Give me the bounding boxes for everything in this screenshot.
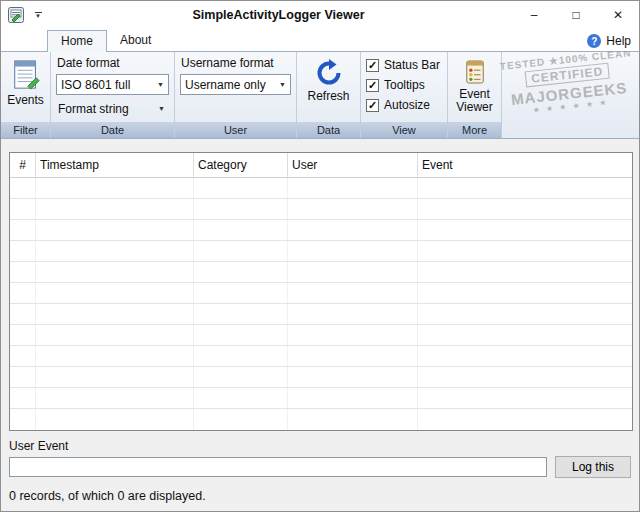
table-cell <box>288 241 418 261</box>
table-cell <box>418 388 632 408</box>
table-cell <box>36 199 194 219</box>
ribbon-tab-bar: Home About ? Help <box>1 29 639 51</box>
quick-access-dropdown[interactable]: ▼ <box>32 12 44 19</box>
check-icon: ✓ <box>368 59 377 71</box>
format-string-dropdown[interactable]: Format string ▼ <box>56 99 169 118</box>
ribbon-group-view: ✓ Status Bar ✓ Tooltips ✓ Autosize <box>361 52 448 138</box>
checkbox-label: Status Bar <box>384 58 440 72</box>
column-header-user[interactable]: User <box>288 153 418 177</box>
table-cell <box>288 199 418 219</box>
table-cell <box>10 409 36 430</box>
refresh-button[interactable]: Refresh <box>302 55 355 122</box>
event-viewer-button[interactable]: Event Viewer <box>453 55 496 122</box>
column-header-category[interactable]: Category <box>194 153 288 177</box>
table-cell <box>288 304 418 324</box>
table-row[interactable] <box>10 220 632 241</box>
table-body <box>10 178 632 430</box>
table-row[interactable] <box>10 241 632 262</box>
table-cell <box>194 220 288 240</box>
table-row[interactable] <box>10 304 632 325</box>
table-cell <box>288 409 418 430</box>
checkbox-box: ✓ <box>366 79 379 92</box>
chevron-down-icon: ▼ <box>275 81 290 88</box>
log-this-button[interactable]: Log this <box>555 456 631 478</box>
table-cell <box>10 241 36 261</box>
table-row[interactable] <box>10 199 632 220</box>
status-bar: 0 records, of which 0 are displayed. <box>9 489 631 503</box>
table-cell <box>418 325 632 345</box>
table-cell <box>36 262 194 282</box>
watermark-line: ★ ★ ★ ★ ★ ★ <box>501 95 639 118</box>
table-cell <box>36 178 194 198</box>
client-area: # Timestamp Category User Event User Eve… <box>1 139 639 511</box>
table-cell <box>288 283 418 303</box>
checkbox-status-bar[interactable]: ✓ Status Bar <box>366 55 442 75</box>
table-cell <box>10 367 36 387</box>
column-header-event[interactable]: Event <box>418 153 632 177</box>
column-header-number[interactable]: # <box>10 153 36 177</box>
table-cell <box>194 304 288 324</box>
table-cell <box>36 325 194 345</box>
group-caption-date: Date <box>51 122 174 138</box>
minimize-button[interactable]: – <box>513 1 555 29</box>
table-cell <box>194 262 288 282</box>
checkbox-tooltips[interactable]: ✓ Tooltips <box>366 75 442 95</box>
table-cell <box>288 325 418 345</box>
table-cell <box>10 325 36 345</box>
table-cell <box>418 241 632 261</box>
checkbox-label: Autosize <box>384 98 430 112</box>
table-cell <box>194 178 288 198</box>
checkbox-autosize[interactable]: ✓ Autosize <box>366 95 442 115</box>
table-cell <box>288 178 418 198</box>
table-row[interactable] <box>10 325 632 346</box>
titlebar: ▼ SimpleActivityLogger Viewer – □ ✕ <box>1 1 639 29</box>
events-icon <box>11 59 41 91</box>
group-caption-more: More <box>448 122 501 138</box>
table-cell <box>10 388 36 408</box>
username-format-title: Username format <box>181 56 291 70</box>
user-event-input[interactable] <box>9 457 547 477</box>
ribbon-group-more: Event Viewer More <box>448 52 502 138</box>
checkbox-box: ✓ <box>366 59 379 72</box>
events-button[interactable]: Events <box>6 55 45 122</box>
help-button[interactable]: ? Help <box>587 34 631 51</box>
table-row[interactable] <box>10 409 632 430</box>
table-cell <box>194 283 288 303</box>
table-cell <box>288 262 418 282</box>
table-row[interactable] <box>10 262 632 283</box>
table-row[interactable] <box>10 367 632 388</box>
table-row[interactable] <box>10 346 632 367</box>
table-cell <box>418 409 632 430</box>
table-cell <box>194 409 288 430</box>
tab-home[interactable]: Home <box>47 30 107 52</box>
date-format-select[interactable]: ISO 8601 full ▼ <box>56 74 169 95</box>
table-cell <box>194 346 288 366</box>
group-caption-data: Data <box>297 122 360 138</box>
column-header-timestamp[interactable]: Timestamp <box>36 153 194 177</box>
watermark-line: CERTIFIED <box>524 63 610 88</box>
table-row[interactable] <box>10 178 632 199</box>
table-row[interactable] <box>10 283 632 304</box>
close-button[interactable]: ✕ <box>597 1 639 29</box>
table-cell <box>418 199 632 219</box>
events-table: # Timestamp Category User Event <box>9 152 633 431</box>
table-cell <box>418 304 632 324</box>
tab-about[interactable]: About <box>107 30 164 51</box>
chevron-down-icon: ▼ <box>35 13 41 19</box>
table-cell <box>194 367 288 387</box>
chevron-down-icon: ▼ <box>154 105 169 112</box>
maximize-button[interactable]: □ <box>555 1 597 29</box>
table-cell <box>36 304 194 324</box>
group-caption-user: User <box>175 122 296 138</box>
table-cell <box>194 325 288 345</box>
format-string-label: Format string <box>58 102 154 116</box>
username-format-select[interactable]: Username only ▼ <box>180 74 291 95</box>
group-caption-view: View <box>361 122 447 138</box>
check-icon: ✓ <box>368 99 377 111</box>
table-header: # Timestamp Category User Event <box>10 153 632 178</box>
table-row[interactable] <box>10 388 632 409</box>
ribbon: Events Filter Date format ISO 8601 full … <box>1 51 639 139</box>
table-cell <box>10 283 36 303</box>
table-cell <box>10 304 36 324</box>
table-cell <box>418 283 632 303</box>
